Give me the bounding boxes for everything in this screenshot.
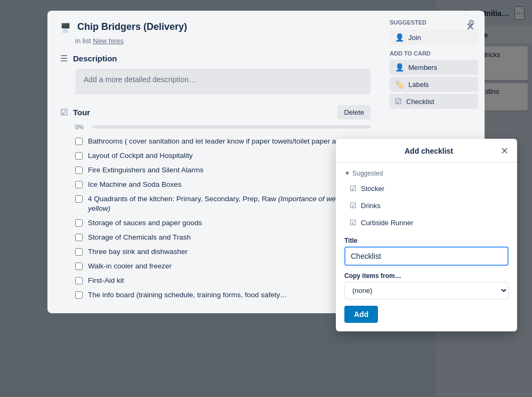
popup-header: Add checklist ✕ xyxy=(336,139,517,163)
in-list-label: in list xyxy=(75,37,91,45)
card-header-icon: 🖥️ xyxy=(60,22,71,33)
sparkle-icon: ✦ xyxy=(344,169,350,177)
card-list-info: in list New hires xyxy=(75,37,370,45)
copy-field-label: Copy items from… xyxy=(344,272,509,280)
checklist-item: Ice Machine and Soda Boxes xyxy=(75,178,370,192)
copy-from-select[interactable]: (none) xyxy=(344,282,509,299)
popup-title: Add checklist xyxy=(357,147,501,155)
checklist-checkbox[interactable] xyxy=(75,138,83,145)
description-placeholder[interactable]: Add a more detailed description… xyxy=(75,69,370,94)
checklist-checkbox[interactable] xyxy=(75,152,83,160)
checklist-item-text: 4 Quadrants of the kitchen: Primary, Sec… xyxy=(88,194,370,215)
checklist-item: Storage of Chemicals and Trash xyxy=(75,231,370,245)
checklist-header-left: ☑ Tour xyxy=(60,107,90,117)
checklist-item: First-Aid kit xyxy=(75,274,370,288)
title-input[interactable] xyxy=(344,247,509,266)
progress-row: 0% xyxy=(75,124,370,130)
suggestion-curbside-label: Curbside Runner xyxy=(361,219,413,227)
suggestion-stocker-label: Stocker xyxy=(361,185,384,193)
list-name-link[interactable]: New hires xyxy=(93,37,124,45)
checklist-item-text: Layout of Cockpit and Hospitality xyxy=(88,151,193,161)
progress-label: 0% xyxy=(75,124,88,130)
description-section-header: ☰ Description xyxy=(60,53,370,63)
labels-label: Labels xyxy=(408,81,429,89)
person-icon: 👤 xyxy=(395,33,404,42)
checklist-checkbox[interactable] xyxy=(75,181,83,188)
popup-body: ✦ Suggested ☑ Stocker ☑ Drinks ☑ Curbsid… xyxy=(336,163,517,331)
checklist-items-list: Bathrooms ( cover sanitation and let lea… xyxy=(75,134,370,303)
check-icon-stocker: ☑ xyxy=(350,184,357,193)
checklist-icon: ☑ xyxy=(60,107,68,117)
checklist-item-text: Walk-in cooler and freezer xyxy=(88,261,172,272)
checklist-checkbox[interactable] xyxy=(75,195,83,203)
popup-close-button[interactable]: ✕ xyxy=(501,145,509,157)
card-title-main: Chip Bridgers (Delivery) xyxy=(77,21,370,33)
card-header: 🖥️ Chip Bridgers (Delivery) xyxy=(60,21,370,33)
checklist-item: Fire Extinguishers and Silent Alarms xyxy=(75,163,370,178)
modal-overlay: ✕ 🖥️ Chip Bridgers (Delivery) in list Ne… xyxy=(0,0,532,397)
checklist-sidebar-label: Checklist xyxy=(406,98,434,106)
checklist-item: 4 Quadrants of the kitchen: Primary, Sec… xyxy=(75,192,370,217)
members-label: Members xyxy=(408,63,437,72)
check-icon-curbside: ☑ xyxy=(350,218,357,227)
checklist-item: The info board (training schedule, train… xyxy=(75,288,370,303)
checklist-checkbox[interactable] xyxy=(75,234,83,241)
popup-suggested-text: Suggested xyxy=(352,170,383,177)
checklist-checkbox[interactable] xyxy=(75,291,83,299)
checklist-item-text: The info board (training schedule, train… xyxy=(88,290,287,300)
modal-close-button[interactable]: ✕ xyxy=(464,18,477,35)
members-icon: 👤 xyxy=(395,63,404,72)
checklist-item-text: Three bay sink and dishwasher xyxy=(88,247,188,257)
popup-add-button[interactable]: Add xyxy=(344,306,378,323)
members-button[interactable]: 👤 Members xyxy=(390,60,478,75)
checklist-item: Layout of Cockpit and Hospitality xyxy=(75,149,370,163)
add-to-card-label: Add to card xyxy=(390,50,478,57)
checklist-item: Walk-in cooler and freezer xyxy=(75,259,370,274)
checklist-item: Storage of sauces and paper goods xyxy=(75,216,370,231)
checklist-item: Bathrooms ( cover sanitation and let lea… xyxy=(75,134,370,149)
checklist-checkbox[interactable] xyxy=(75,263,83,270)
add-checklist-popup: Add checklist ✕ ✦ Suggested ☑ Stocker ☑ … xyxy=(336,139,517,331)
checklist-title: Tour xyxy=(73,108,90,117)
card-modal-main: 🖥️ Chip Bridgers (Delivery) in list New … xyxy=(47,11,383,313)
checklist-checkbox[interactable] xyxy=(75,166,83,174)
description-section-title: Description xyxy=(73,54,117,63)
checklist-checkbox[interactable] xyxy=(75,248,83,256)
label-icon: 🏷️ xyxy=(395,80,404,89)
suggested-label: Suggested xyxy=(390,19,426,26)
labels-button[interactable]: 🏷️ Labels xyxy=(390,77,478,92)
checklist-item: Three bay sink and dishwasher xyxy=(75,245,370,259)
popup-suggested-label: ✦ Suggested xyxy=(344,169,509,177)
checklist-item-text: Storage of sauces and paper goods xyxy=(88,218,202,228)
checklist-item-text: Ice Machine and Soda Boxes xyxy=(88,180,182,190)
checklist-item-text: Bathrooms ( cover sanitation and let lea… xyxy=(88,137,354,147)
join-label: Join xyxy=(408,34,421,42)
title-field-label: Title xyxy=(344,237,509,244)
suggestion-drinks-label: Drinks xyxy=(361,202,381,210)
suggestion-stocker[interactable]: ☑ Stocker xyxy=(344,180,509,196)
progress-bar-background xyxy=(92,125,370,129)
checklist-checkbox[interactable] xyxy=(75,277,83,284)
checklist-button[interactable]: ☑ Checklist xyxy=(390,94,478,109)
suggestion-drinks[interactable]: ☑ Drinks xyxy=(344,197,509,213)
checklist-section-header: ☑ Tour Delete xyxy=(60,105,370,120)
checklist-item-text: Storage of Chemicals and Trash xyxy=(88,233,191,243)
check-icon-drinks: ☑ xyxy=(350,201,357,210)
checklist-item-text: Fire Extinguishers and Silent Alarms xyxy=(88,165,204,176)
checklist-checkbox[interactable] xyxy=(75,219,83,227)
delete-checklist-button[interactable]: Delete xyxy=(337,105,370,120)
checklist-item-text: First-Aid kit xyxy=(88,276,124,286)
description-icon: ☰ xyxy=(60,53,68,63)
checklist-btn-icon: ☑ xyxy=(395,97,402,106)
suggestion-curbside[interactable]: ☑ Curbside Runner xyxy=(344,215,509,231)
